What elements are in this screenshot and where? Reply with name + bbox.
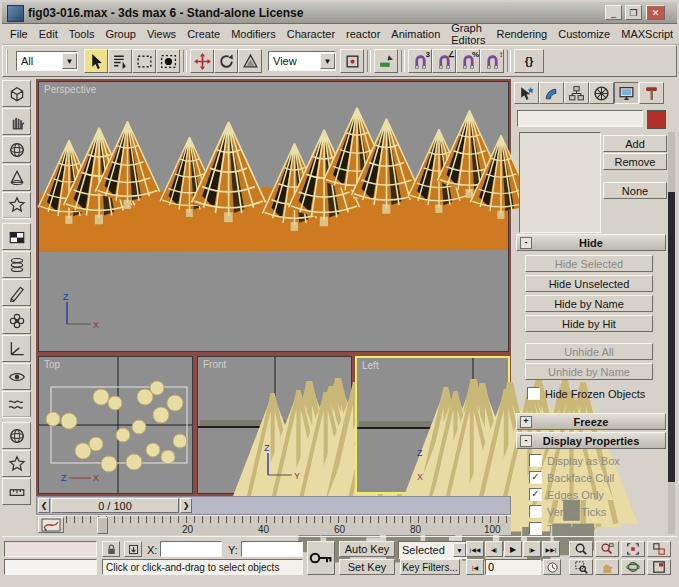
hide-selected-button[interactable]: Hide Selected <box>525 255 653 272</box>
selection-lock-toggle[interactable] <box>102 541 120 557</box>
zoom-extents-button[interactable] <box>621 541 645 557</box>
select-and-move-button[interactable] <box>190 49 214 73</box>
viewport-label-top[interactable]: Top <box>44 359 60 370</box>
maxscript-listener-macro-line[interactable] <box>4 541 97 557</box>
tab-display[interactable] <box>614 82 639 104</box>
trajectory-row[interactable]: Trajectory <box>529 522 596 535</box>
left-tool-axis[interactable] <box>2 335 31 362</box>
go-to-end-button[interactable]: ▶▶| <box>542 541 560 557</box>
x-coordinate-field[interactable] <box>160 541 222 557</box>
display-as-box-checkbox[interactable] <box>529 454 542 467</box>
left-tool-pen[interactable] <box>2 279 31 306</box>
backface-cull-checkbox[interactable]: ✓ <box>529 471 542 484</box>
hide-rollout-header[interactable]: - Hide <box>516 234 666 251</box>
select-by-name-button[interactable] <box>108 49 132 73</box>
time-slider-prev-button[interactable]: ❮ <box>38 498 50 513</box>
percent-snap-button[interactable]: % <box>456 49 480 73</box>
zoom-region-button[interactable] <box>569 559 593 575</box>
menu-edit[interactable]: Edit <box>37 25 60 43</box>
collapse-icon[interactable]: - <box>520 237 532 249</box>
toolbar-handle[interactable] <box>6 49 12 73</box>
add-button[interactable]: Add <box>603 135 667 152</box>
go-to-start-button[interactable]: |◀◀ <box>466 541 484 557</box>
category-list-box[interactable] <box>519 132 601 233</box>
y-coordinate-field[interactable] <box>241 541 303 557</box>
left-tool-wave[interactable] <box>2 391 31 418</box>
key-selection-dropdown[interactable]: Selected ▼ <box>398 541 467 559</box>
time-slider-track[interactable]: ❮ 0 / 100 ❯ <box>36 496 511 515</box>
collapse-icon[interactable]: - <box>520 435 532 447</box>
previous-frame-button[interactable]: ◀| <box>485 541 503 557</box>
use-center-button[interactable] <box>340 49 364 73</box>
key-mode-toggle-button[interactable]: |◀ <box>466 559 484 575</box>
menu-animation[interactable]: Animation <box>389 25 442 43</box>
viewport-top[interactable]: Z X Top <box>38 356 193 494</box>
menu-group[interactable]: Group <box>103 25 138 43</box>
viewport-perspective[interactable]: Z X Perspective <box>38 81 509 352</box>
window-crossing-button[interactable] <box>156 49 180 73</box>
menu-customize[interactable]: Customize <box>556 25 612 43</box>
menu-file[interactable]: File <box>8 25 30 43</box>
tab-utilities[interactable] <box>639 82 664 104</box>
menu-create[interactable]: Create <box>185 25 222 43</box>
mini-curve-editor-button[interactable] <box>38 517 64 533</box>
panel-scrollbar[interactable] <box>668 132 675 534</box>
chevron-down-icon[interactable]: ▼ <box>62 53 77 69</box>
reference-coordinate-dropdown[interactable]: View ▼ <box>268 51 336 71</box>
maxscript-listener-line[interactable] <box>4 559 97 575</box>
minimize-button[interactable]: _ <box>605 5 622 20</box>
unhide-by-name-button[interactable]: Unhide by Name <box>525 363 653 380</box>
tab-motion[interactable] <box>589 82 614 104</box>
hide-unselected-button[interactable]: Hide Unselected <box>525 275 653 292</box>
snap-toggle-button[interactable]: 3 <box>408 49 432 73</box>
track-bar-ruler[interactable]: 0 20 40 60 80 100 <box>66 516 509 535</box>
select-and-manipulate-button[interactable] <box>374 49 398 73</box>
viewport-label-left[interactable]: Left <box>362 360 379 371</box>
spinner-snap-button[interactable]: ↕ <box>480 49 504 73</box>
selection-filter-dropdown[interactable]: All ▼ <box>16 51 78 71</box>
menu-tools[interactable]: Tools <box>67 25 97 43</box>
wire-color-swatch[interactable] <box>647 110 666 129</box>
track-bar[interactable]: 0 20 40 60 80 100 <box>36 515 511 535</box>
left-tool-hand[interactable] <box>2 108 31 135</box>
tab-create[interactable] <box>514 82 539 104</box>
left-tool-sphere2[interactable] <box>2 422 31 449</box>
rect-selection-region-button[interactable] <box>132 49 156 73</box>
min-max-toggle-button[interactable] <box>647 559 671 575</box>
left-tool-star[interactable] <box>2 192 31 219</box>
menu-character[interactable]: Character <box>285 25 337 43</box>
absolute-offset-toggle[interactable] <box>124 541 142 557</box>
current-frame-field[interactable] <box>485 559 541 575</box>
select-and-rotate-button[interactable] <box>214 49 238 73</box>
left-tool-checker[interactable] <box>2 223 31 250</box>
left-tool-flower[interactable] <box>2 307 31 334</box>
vertex-ticks-checkbox[interactable] <box>529 505 542 518</box>
select-object-button[interactable] <box>84 49 108 73</box>
expand-icon[interactable]: + <box>520 416 532 428</box>
hide-by-hit-button[interactable]: Hide by Hit <box>525 315 653 332</box>
time-slider-handle[interactable]: 0 / 100 <box>51 498 179 513</box>
menu-rendering[interactable]: Rendering <box>494 25 549 43</box>
set-keys-button[interactable] <box>307 541 335 575</box>
left-tool-eye[interactable] <box>2 363 31 390</box>
none-button[interactable]: None <box>603 182 667 199</box>
menu-maxscript[interactable]: MAXScript <box>619 25 675 43</box>
vertex-ticks-row[interactable]: Vertex Ticks <box>529 505 606 518</box>
left-tool-spring[interactable] <box>2 251 31 278</box>
viewport-label-front[interactable]: Front <box>203 359 226 370</box>
left-tool-sphere[interactable] <box>2 136 31 163</box>
viewport-label-perspective[interactable]: Perspective <box>44 84 96 95</box>
maximize-button[interactable]: ❐ <box>625 5 642 20</box>
viewport-front[interactable]: Z Y Front <box>197 356 352 494</box>
zoom-extents-all-button[interactable] <box>647 541 671 557</box>
key-filters-button[interactable]: Key Filters... <box>400 559 460 575</box>
arc-rotate-button[interactable] <box>621 559 645 575</box>
pan-button[interactable] <box>595 559 619 575</box>
remove-button[interactable]: Remove <box>603 153 667 170</box>
display-as-box-row[interactable]: Display as Box <box>529 454 620 467</box>
tab-modify[interactable] <box>539 82 564 104</box>
menu-reactor[interactable]: reactor <box>344 25 382 43</box>
panel-scrollbar-thumb[interactable] <box>668 192 675 482</box>
chevron-down-icon[interactable]: ▼ <box>320 53 335 69</box>
hide-frozen-objects-row[interactable]: Hide Frozen Objects <box>527 387 645 400</box>
